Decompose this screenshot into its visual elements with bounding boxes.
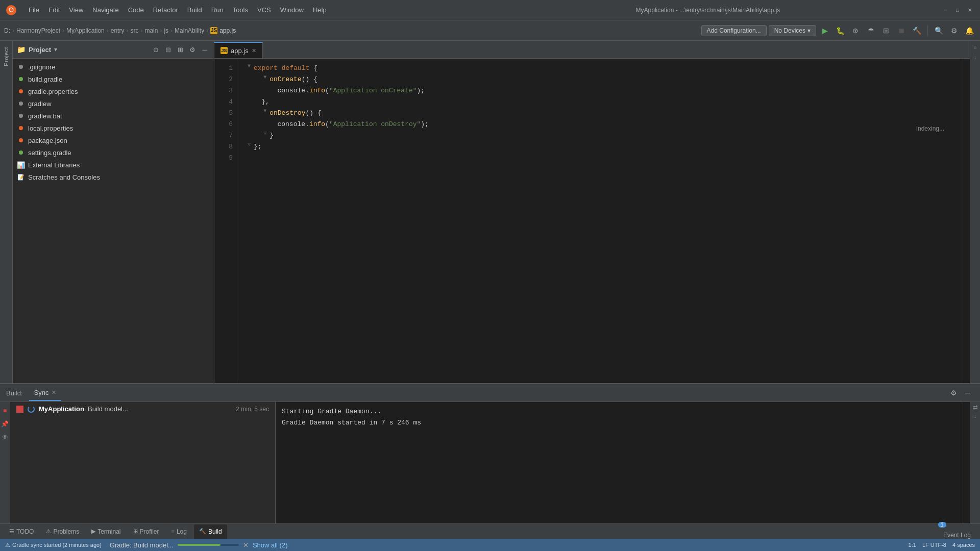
tree-item-local-properties[interactable]: local.properties [13, 122, 214, 134]
code-line-4: }, [246, 96, 954, 108]
locate-in-tree-button[interactable]: ⊙ [151, 44, 161, 55]
log-wrap-button[interactable]: ⇄ [973, 404, 977, 411]
bottom-side-tabs: ■ 📌 👁 [0, 402, 10, 523]
problems-icon: ⚠ [46, 528, 51, 535]
file-icon-gradle-properties [17, 87, 25, 95]
breadcrumb-harmony[interactable]: HarmonyProject [16, 27, 60, 34]
project-dropdown-arrow[interactable]: ▾ [54, 46, 57, 53]
menu-window[interactable]: Window [276, 5, 308, 15]
line-ending[interactable]: LF UTF-8 [922, 542, 946, 548]
tree-item-build-gradle[interactable]: build.gradle [13, 73, 214, 85]
debug-button[interactable]: 🐛 [834, 24, 847, 37]
fold-icon-8[interactable]: ▽ [246, 141, 253, 148]
breadcrumb: D: › HarmonyProject › MyApplication › en… [4, 27, 236, 34]
maximize-button[interactable]: □ [953, 6, 962, 14]
indexing-status: Indexing... [916, 125, 944, 132]
right-panel-icon-2[interactable]: ↓ [971, 54, 979, 62]
tab-close-button[interactable]: ✕ [252, 47, 256, 54]
right-panel-icon-1[interactable]: ≡ [971, 44, 979, 52]
stop-task-button[interactable] [16, 406, 23, 413]
menu-edit[interactable]: Edit [44, 5, 64, 15]
tab-problems[interactable]: ⚠ Problems [41, 524, 84, 539]
expand-all-button[interactable]: ⊞ [175, 44, 185, 55]
minimize-button[interactable]: ─ [941, 6, 949, 14]
fold-icon-5[interactable]: ▼ [261, 108, 268, 115]
notifications-button[interactable]: 🔔 [963, 24, 976, 37]
tree-item-settings-gradle[interactable]: settings.gradle [13, 146, 214, 159]
project-title[interactable]: Project [29, 46, 51, 54]
breadcrumb-myapp[interactable]: MyApplication [66, 27, 105, 34]
tree-item-package-json[interactable]: package.json [13, 134, 214, 146]
build-button[interactable]: 🔨 [910, 24, 923, 37]
project-close-button[interactable]: ─ [200, 44, 210, 55]
stop-icon[interactable]: ■ [1, 406, 10, 415]
breadcrumb-entry[interactable]: entry [111, 27, 125, 34]
menu-vcs[interactable]: VCS [253, 5, 275, 15]
project-sidebar-label[interactable]: Project [2, 44, 10, 69]
cursor-position[interactable]: 1:1 [909, 542, 916, 548]
show-all-link[interactable]: Show all (2) [253, 541, 288, 549]
menu-view[interactable]: View [65, 5, 87, 15]
tab-todo[interactable]: ☰ TODO [4, 524, 39, 539]
tree-item-gradle-properties[interactable]: gradle.properties [13, 85, 214, 97]
eye-icon[interactable]: 👁 [1, 433, 10, 442]
settings-button[interactable]: ⚙ [947, 24, 961, 37]
editor-tab-appjs[interactable]: JS app.js ✕ [214, 42, 263, 58]
breadcrumb-main[interactable]: main [144, 27, 158, 34]
tree-item-gradlew[interactable]: gradlew [13, 97, 214, 110]
file-icon-build-gradle [17, 75, 25, 83]
tab-log[interactable]: ≡ Log [166, 524, 192, 539]
project-settings-button[interactable]: ⚙ [187, 44, 198, 55]
indent-setting[interactable]: 4 spaces [952, 542, 975, 548]
tree-item-gradlew-bat[interactable]: gradlew.bat [13, 110, 214, 122]
menu-tools[interactable]: Tools [229, 5, 252, 15]
pin-icon[interactable]: 📌 [1, 419, 10, 429]
fold-icon-2[interactable]: ▼ [261, 74, 268, 81]
cancel-progress-button[interactable]: ✕ [243, 541, 249, 549]
status-gradle-text[interactable]: Gradle sync started (2 minutes ago) [12, 542, 102, 548]
tree-item-external-libraries[interactable]: 📊 External Libraries [13, 159, 214, 171]
profiler-icon: ⊞ [133, 528, 138, 535]
close-button[interactable]: ✕ [966, 6, 974, 14]
sync-tab[interactable]: Sync ✕ [29, 385, 62, 401]
log-scrollbar[interactable] [963, 402, 970, 523]
no-devices-dropdown[interactable]: No Devices ▾ [769, 25, 816, 36]
sync-tab-close[interactable]: ✕ [52, 389, 56, 396]
collapse-all-button[interactable]: ⊟ [163, 44, 173, 55]
menu-navigate[interactable]: Navigate [88, 5, 122, 15]
fold-icon-1[interactable]: ▼ [246, 63, 253, 70]
build-list-item[interactable]: MyApplication: Build model... 2 min, 5 s… [10, 402, 275, 416]
bottom-settings-button[interactable]: ⚙ [947, 387, 960, 399]
code-content[interactable]: ▼ export default { ▼ onCreate() { consol… [237, 59, 963, 383]
breadcrumb-mainability[interactable]: MainAbility [175, 27, 204, 34]
coverage-button[interactable]: ☂ [864, 24, 877, 37]
progress-bar-fill [178, 544, 220, 546]
add-configuration-button[interactable]: Add Configuration... [701, 25, 767, 36]
tab-profiler[interactable]: ⊞ Profiler [128, 524, 164, 539]
menu-file[interactable]: File [24, 5, 43, 15]
breadcrumb-js[interactable]: js [164, 27, 168, 34]
code-line-9 [246, 153, 954, 164]
tree-item-scratches[interactable]: 📝 Scratches and Consoles [13, 171, 214, 183]
log-scroll-end-button[interactable]: ↓ [974, 413, 977, 419]
stop-button[interactable]: ⏹ [895, 24, 908, 37]
search-everywhere-button[interactable]: 🔍 [932, 24, 945, 37]
attach-debug-button[interactable]: ⊕ [849, 24, 862, 37]
fold-icon-7[interactable]: ▽ [261, 130, 268, 137]
menu-refactor[interactable]: Refactor [149, 5, 182, 15]
menu-code[interactable]: Code [124, 5, 148, 15]
profile-button[interactable]: ⊞ [879, 24, 893, 37]
menu-run[interactable]: Run [207, 5, 228, 15]
breadcrumb-d[interactable]: D: [4, 27, 10, 34]
code-line-3: console.info("Application onCreate"); [246, 85, 954, 96]
tab-build[interactable]: 🔨 Build [194, 524, 227, 539]
editor-scrollbar[interactable] [963, 59, 970, 383]
breadcrumb-file[interactable]: app.js [219, 27, 236, 34]
menu-build[interactable]: Build [183, 5, 206, 15]
breadcrumb-src[interactable]: src [130, 27, 138, 34]
tab-terminal[interactable]: ▶ Terminal [86, 524, 126, 539]
tree-item-gitignore[interactable]: .gitignore [13, 61, 214, 73]
bottom-minimize-button[interactable]: ─ [962, 387, 974, 399]
run-button[interactable]: ▶ [818, 24, 831, 37]
menu-help[interactable]: Help [309, 5, 331, 15]
